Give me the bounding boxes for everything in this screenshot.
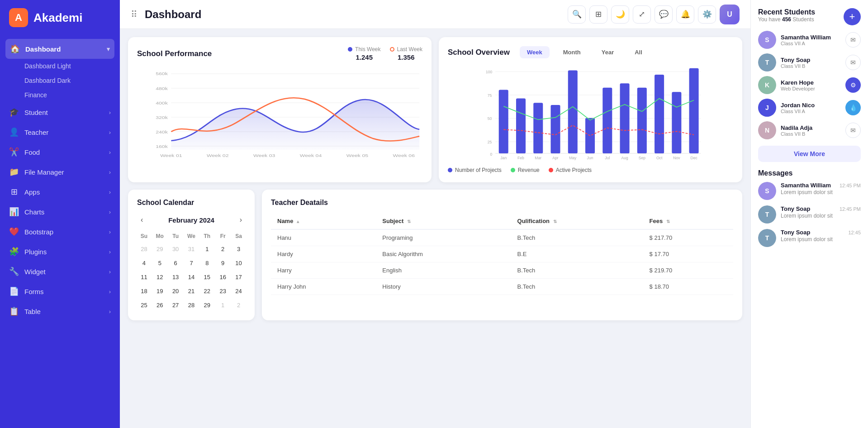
student-mail-button[interactable]: ✉ <box>845 55 861 70</box>
cal-cell[interactable]: 17 <box>232 271 246 283</box>
cal-cell[interactable]: 29 <box>153 243 167 255</box>
search-button[interactable]: 🔍 <box>568 5 586 24</box>
sidebar-item-widget[interactable]: 🔧 Widget › <box>0 262 120 281</box>
sidebar-item-table[interactable]: 📋 Table › <box>0 301 120 321</box>
cal-cell[interactable]: 15 <box>200 271 214 283</box>
school-overview-card: School Overview Week Month Year All 100 … <box>439 37 742 182</box>
cal-cell[interactable]: 18 <box>137 285 151 297</box>
apps-icon: ⊞ <box>9 187 19 197</box>
sidebar-item-file-manager[interactable]: 📁 File Manager › <box>0 162 120 182</box>
calendar-grid: Su Mo Tu We Th Fr Sa 28 29 30 31 1 2 <box>137 231 246 311</box>
cal-cell[interactable]: 5 <box>153 257 167 269</box>
perf-header: School Performance This Week 1.245 <box>137 46 422 61</box>
cal-cell[interactable]: 31 <box>185 243 199 255</box>
sidebar-item-bootstrap[interactable]: ❤️ Bootstrap › <box>0 222 120 242</box>
chevron-right-icon: › <box>109 209 111 215</box>
calendar-card: School Calendar ‹ February 2024 › Su Mo … <box>128 190 255 320</box>
sidebar-item-apps[interactable]: ⊞ Apps › <box>0 182 120 202</box>
cal-cell[interactable]: 19 <box>153 285 167 297</box>
cal-cell[interactable]: 2 <box>232 299 246 311</box>
tab-month[interactable]: Month <box>556 46 588 58</box>
cal-cell[interactable]: 30 <box>169 243 183 255</box>
tab-all[interactable]: All <box>627 46 650 58</box>
message-avatar: T <box>758 205 776 224</box>
topbar-icons: 🔍 ⊞ 🌙 ⤢ 💬 🔔 ⚙️ U <box>568 5 740 24</box>
sidebar-item-plugins[interactable]: 🧩 Plugins › <box>0 242 120 262</box>
cal-cell[interactable]: 21 <box>185 285 199 297</box>
student-settings-button[interactable]: ⚙ <box>845 77 861 93</box>
cal-cell[interactable]: 6 <box>169 257 183 269</box>
message-time: 12:45 PM <box>840 206 861 212</box>
cal-cell[interactable]: 23 <box>216 285 230 297</box>
cal-cell[interactable]: 1 <box>200 243 214 255</box>
sidebar-item-label: Student <box>24 109 48 116</box>
cal-cell[interactable]: 1 <box>216 299 230 311</box>
tab-year[interactable]: Year <box>594 46 621 58</box>
user-avatar[interactable]: U <box>720 5 740 24</box>
prev-month-button[interactable]: ‹ <box>137 214 147 226</box>
cal-cell[interactable]: 13 <box>169 271 183 283</box>
cal-cell[interactable]: 12 <box>153 271 167 283</box>
message-time: 12:45 PM <box>840 183 861 188</box>
app-name: Akademi <box>33 11 82 25</box>
cal-cell[interactable]: 8 <box>200 257 214 269</box>
student-class: Class VII B <box>781 131 841 137</box>
svg-text:Week 02: Week 02 <box>207 153 228 158</box>
sidebar-item-student[interactable]: 🎓 Student › <box>0 102 120 122</box>
sidebar-item-dashboard[interactable]: 🏠 Dashboard ▾ <box>5 39 114 59</box>
svg-text:Jul: Jul <box>605 156 610 160</box>
cal-cell[interactable]: 7 <box>185 257 199 269</box>
col-qualification[interactable]: Qulification ⇅ <box>511 213 643 229</box>
student-mail-button[interactable]: ✉ <box>845 32 861 48</box>
cal-header-tu: Tu <box>169 231 183 241</box>
sidebar-item-teacher[interactable]: 👤 Teacher › <box>0 122 120 142</box>
svg-rect-31 <box>551 105 560 153</box>
sidebar-item-forms[interactable]: 📄 Forms › <box>0 281 120 301</box>
sidebar-subitem-finance[interactable]: Finance <box>0 88 120 102</box>
col-subject[interactable]: Subject ⇅ <box>376 213 511 229</box>
sidebar-subitem-dashboard-light[interactable]: Dashboard Light <box>0 59 120 73</box>
col-name[interactable]: Name ▴ <box>271 213 376 229</box>
student-info: Tony SoapClass VII B <box>781 57 841 69</box>
svg-text:100: 100 <box>486 70 493 74</box>
cal-cell[interactable]: 28 <box>137 243 151 255</box>
expand-button[interactable]: ⤢ <box>633 5 651 24</box>
cal-cell[interactable]: 28 <box>185 299 199 311</box>
cal-cell[interactable]: 22 <box>200 285 214 297</box>
cal-cell[interactable]: 14 <box>185 271 199 283</box>
cal-cell[interactable]: 24 <box>232 285 246 297</box>
student-mail-button[interactable]: ✉ <box>845 123 861 138</box>
chat-button[interactable]: 💬 <box>655 5 673 24</box>
svg-text:Mar: Mar <box>535 156 541 160</box>
sidebar-item-food[interactable]: ✂️ Food › <box>0 142 120 162</box>
cal-cell[interactable]: 26 <box>153 299 167 311</box>
cal-cell[interactable]: 2 <box>216 243 230 255</box>
grid-button[interactable]: ⊞ <box>589 5 607 24</box>
cal-cell[interactable]: 20 <box>169 285 183 297</box>
settings-button[interactable]: ⚙️ <box>698 5 716 24</box>
cal-cell[interactable]: 10 <box>232 257 246 269</box>
cal-cell[interactable]: 3 <box>232 243 246 255</box>
bell-button[interactable]: 🔔 <box>676 5 694 24</box>
cal-cell[interactable]: 4 <box>137 257 151 269</box>
grid-dots-icon[interactable]: ⠿ <box>131 9 138 20</box>
col-fees[interactable]: Fees ⇅ <box>643 213 733 229</box>
sidebar-item-label: Widget <box>24 268 46 276</box>
student-item: KKaren HopeWeb Developer⚙ <box>758 76 861 94</box>
tab-week[interactable]: Week <box>520 46 550 58</box>
table-row: HarryEnglishB.Tech$ 219.70 <box>271 262 733 279</box>
cal-cell[interactable]: 11 <box>137 271 151 283</box>
student-water-button[interactable]: 💧 <box>845 100 861 115</box>
cal-cell[interactable]: 25 <box>137 299 151 311</box>
cal-cell[interactable]: 29 <box>200 299 214 311</box>
moon-button[interactable]: 🌙 <box>611 5 629 24</box>
add-student-button[interactable]: + <box>844 8 861 25</box>
cal-cell[interactable]: 9 <box>216 257 230 269</box>
sidebar-subitem-dashboard-dark[interactable]: Dashboard Dark <box>0 73 120 88</box>
sidebar-item-charts[interactable]: 📊 Charts › <box>0 202 120 222</box>
view-more-button[interactable]: View More <box>758 146 861 162</box>
cal-cell[interactable]: 27 <box>169 299 183 311</box>
cal-cell[interactable]: 16 <box>216 271 230 283</box>
next-month-button[interactable]: › <box>236 214 246 226</box>
charts-row: School Performance This Week 1.245 <box>128 37 742 182</box>
